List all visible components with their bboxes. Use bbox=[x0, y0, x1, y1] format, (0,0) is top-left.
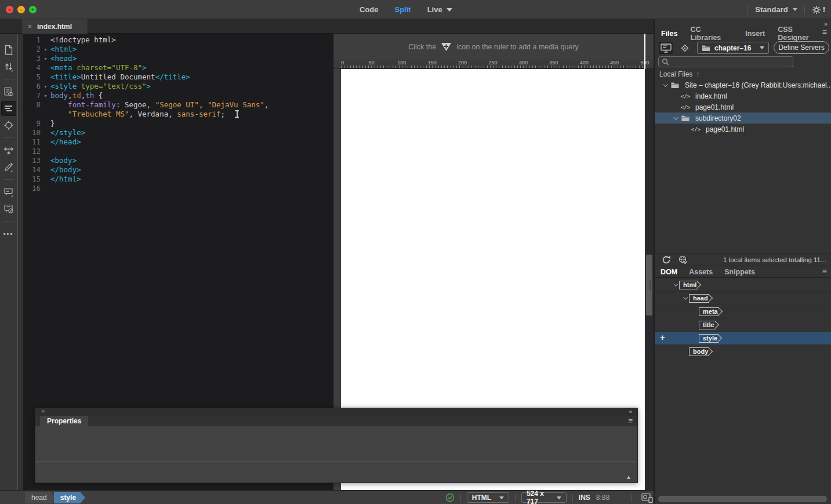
tab-assets[interactable]: Assets bbox=[683, 268, 718, 276]
code-line[interactable]: 3▾<head> bbox=[23, 54, 333, 63]
files-search[interactable] bbox=[658, 56, 793, 67]
panel-menu-icon[interactable]: ≡ bbox=[628, 416, 633, 425]
code-line[interactable]: 7▾body,td,th { bbox=[23, 91, 333, 100]
more-options-button[interactable]: ••• bbox=[1, 226, 16, 241]
chevron-down-icon[interactable] bbox=[671, 117, 679, 120]
dom-node-body[interactable]: body bbox=[655, 345, 831, 358]
git-view-button[interactable] bbox=[677, 42, 692, 54]
site-view-button[interactable] bbox=[659, 42, 673, 54]
search-input[interactable] bbox=[672, 58, 776, 66]
fold-arrow-icon[interactable]: ▾ bbox=[41, 54, 50, 63]
panel-menu-icon[interactable]: ≡ bbox=[822, 27, 827, 37]
code-line[interactable]: 16 bbox=[23, 184, 333, 193]
tag-style[interactable]: style bbox=[54, 492, 85, 503]
fold-arrow-icon[interactable]: ▾ bbox=[41, 91, 50, 100]
zoom-window-button[interactable]: + bbox=[29, 6, 37, 13]
local-files-header[interactable]: Local Files ↑ bbox=[659, 70, 699, 78]
code-line[interactable]: 12 bbox=[23, 147, 333, 156]
expand-all-button[interactable] bbox=[1, 143, 16, 158]
code-line[interactable]: 9} bbox=[23, 119, 333, 128]
code-line[interactable]: 10</style> bbox=[23, 128, 333, 137]
file-tree-row-subdirectory02[interactable]: subdirectory02 bbox=[655, 113, 831, 124]
code-line[interactable]: 4<meta charset="UTF-8"> bbox=[23, 63, 333, 72]
dom-node-style[interactable]: +style bbox=[655, 332, 831, 345]
define-servers-button[interactable]: Define Servers bbox=[774, 41, 829, 54]
code-line[interactable]: 5<title>Untitled Document</title> bbox=[23, 72, 333, 82]
code-line[interactable]: 15</html> bbox=[23, 175, 333, 184]
horizontal-scrollbar-thumb[interactable] bbox=[658, 496, 827, 502]
add-element-icon[interactable]: + bbox=[660, 332, 665, 342]
remote-server-icon[interactable] bbox=[678, 255, 688, 264]
fold-arrow-icon[interactable]: ▾ bbox=[41, 45, 50, 54]
code-line[interactable]: "Trebuchet MS", Verdana, sans-serif; bbox=[23, 110, 333, 119]
dom-node-head[interactable]: head bbox=[655, 292, 831, 305]
code-line[interactable]: 8 font-family: Segoe, "Segoe UI", "DejaV… bbox=[23, 100, 333, 110]
code-line[interactable]: 2▾<html> bbox=[23, 45, 333, 54]
file-tree-row-site-chapter-16-grey-rabbit-us[interactable]: Site – chapter–16 (Grey Rabbit:Users:mic… bbox=[655, 79, 831, 90]
minimize-window-button[interactable]: − bbox=[17, 6, 25, 13]
fold-arrow-icon[interactable]: ▾ bbox=[41, 82, 50, 91]
notification-badge: ! bbox=[823, 5, 825, 14]
file-tree-row-index-html[interactable]: </>index.html bbox=[655, 90, 831, 101]
vertical-scrollbar-track[interactable] bbox=[645, 69, 654, 490]
file-icon bbox=[3, 45, 13, 55]
live-view-options-button[interactable] bbox=[1, 84, 16, 99]
apply-formatting-button[interactable] bbox=[1, 159, 16, 175]
code-line[interactable]: 6▾<style type="text/css"> bbox=[23, 82, 333, 91]
view-mode-split[interactable]: Split bbox=[395, 5, 411, 14]
file-tree-row-page01-html[interactable]: </>page01.html bbox=[655, 124, 831, 135]
collapse-left-icon[interactable]: « bbox=[629, 408, 632, 415]
pane-splitter[interactable] bbox=[17, 34, 23, 490]
document-tab[interactable]: × index.html bbox=[22, 19, 88, 34]
file-label: page01.html bbox=[706, 125, 744, 133]
expand-arrow-icon[interactable]: ▲ bbox=[626, 474, 632, 480]
ruler-label: 400 bbox=[580, 60, 589, 66]
dom-node-meta[interactable]: meta bbox=[655, 305, 831, 318]
site-select[interactable]: chapter–16 bbox=[697, 42, 769, 54]
panel-menu-icon[interactable]: ≡ bbox=[822, 267, 827, 276]
open-documents-button[interactable] bbox=[1, 42, 16, 57]
dom-node-html[interactable]: html bbox=[655, 278, 831, 292]
remove-comment-button[interactable] bbox=[1, 201, 16, 216]
inspect-button[interactable] bbox=[1, 118, 16, 133]
code-line[interactable]: 14</body> bbox=[23, 165, 333, 175]
device-preview-icon[interactable] bbox=[641, 493, 654, 503]
tab-snippets[interactable]: Snippets bbox=[718, 268, 761, 276]
chevron-down-icon[interactable] bbox=[671, 283, 679, 287]
chevron-down-icon bbox=[793, 8, 797, 11]
tag-head[interactable]: head bbox=[25, 492, 56, 503]
code-line[interactable]: 13<body> bbox=[23, 156, 333, 165]
file-tree-row-page01-html[interactable]: </>page01.html bbox=[655, 101, 831, 113]
window-size-select[interactable]: 524 x 717 bbox=[521, 492, 567, 503]
close-tab-icon[interactable]: × bbox=[28, 23, 32, 31]
file-label: page01.html bbox=[695, 103, 734, 111]
workspace-switcher[interactable]: Standard bbox=[755, 5, 797, 14]
tab-files[interactable]: Files bbox=[655, 30, 684, 38]
ruler[interactable]: 050100150200250300350400450500 bbox=[333, 60, 654, 69]
tab-properties[interactable]: Properties bbox=[40, 416, 88, 426]
close-window-button[interactable]: × bbox=[6, 6, 13, 13]
settings-button[interactable]: ! bbox=[812, 5, 825, 14]
close-icon[interactable]: × bbox=[41, 408, 45, 415]
doc-type-select[interactable]: HTML bbox=[467, 492, 509, 503]
refresh-button[interactable] bbox=[662, 255, 671, 264]
properties-titlebar: × « bbox=[35, 408, 637, 416]
tab-dom[interactable]: DOM bbox=[655, 268, 683, 276]
code-line[interactable]: 1<!doctype html> bbox=[23, 35, 333, 45]
tab-cc-libraries[interactable]: CC Libraries bbox=[684, 26, 739, 42]
line-number: 8 bbox=[23, 100, 41, 110]
code-line[interactable]: 11</head> bbox=[23, 137, 333, 147]
line-number: 1 bbox=[23, 35, 41, 45]
tab-insert[interactable]: Insert bbox=[739, 30, 771, 38]
view-mode-code[interactable]: Code bbox=[360, 5, 379, 14]
format-source-button[interactable] bbox=[1, 101, 16, 116]
dom-node-title[interactable]: title bbox=[655, 318, 831, 332]
chevron-down-icon[interactable] bbox=[681, 296, 689, 300]
divider bbox=[804, 5, 805, 14]
validation-check-icon[interactable] bbox=[445, 493, 455, 502]
vertical-scrollbar-thumb[interactable] bbox=[646, 255, 652, 316]
apply-comment-button[interactable] bbox=[1, 184, 16, 200]
file-management-button[interactable] bbox=[1, 59, 16, 74]
view-mode-live[interactable]: Live bbox=[427, 5, 452, 14]
chevron-down-icon[interactable] bbox=[661, 84, 669, 87]
